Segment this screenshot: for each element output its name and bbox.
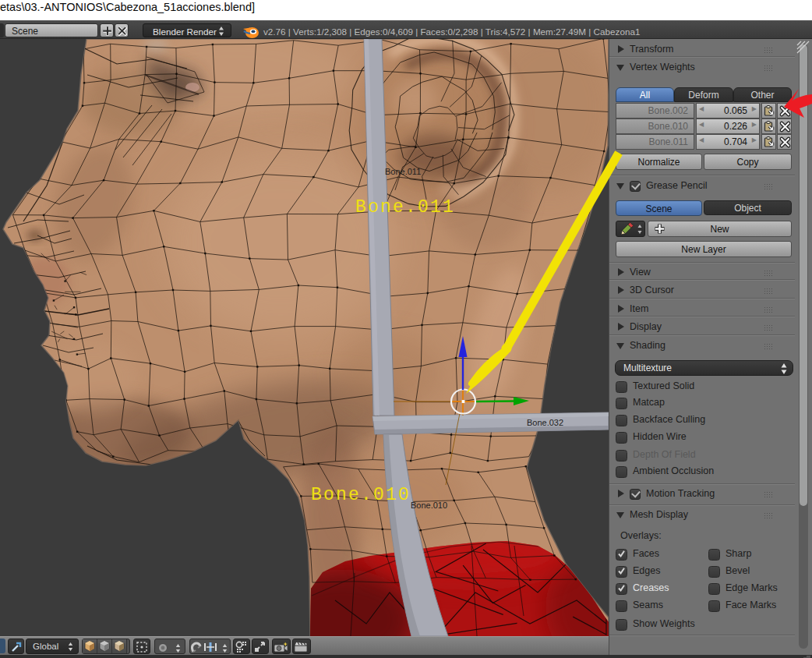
svg-text:Bone.011: Bone.011: [385, 167, 421, 176]
svg-text:Bone.010: Bone.010: [311, 485, 411, 505]
svg-text:Bone.032: Bone.032: [527, 418, 563, 427]
svg-text:Bone.010: Bone.010: [411, 501, 447, 510]
svg-text:Bone.011: Bone.011: [355, 197, 455, 218]
